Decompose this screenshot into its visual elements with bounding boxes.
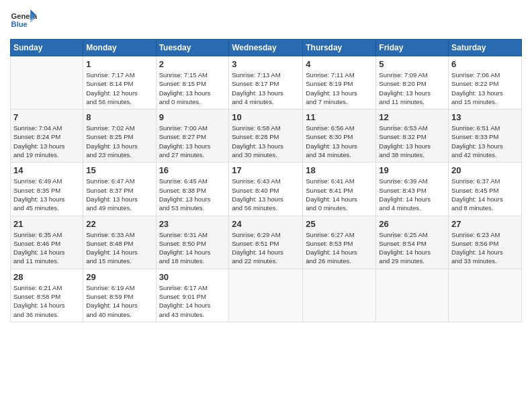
- day-info: Sunrise: 6:43 AM Sunset: 8:40 PM Dayligh…: [232, 177, 300, 212]
- day-info: Sunrise: 6:49 AM Sunset: 8:35 PM Dayligh…: [13, 177, 80, 212]
- calendar-cell: 10Sunrise: 6:58 AM Sunset: 8:28 PM Dayli…: [229, 109, 303, 163]
- day-number: 3: [232, 59, 300, 69]
- calendar-cell: 12Sunrise: 6:53 AM Sunset: 8:32 PM Dayli…: [376, 109, 449, 163]
- calendar-cell: 6Sunrise: 7:06 AM Sunset: 8:22 PM Daylig…: [449, 56, 522, 109]
- day-info: Sunrise: 7:15 AM Sunset: 8:15 PM Dayligh…: [159, 71, 226, 106]
- day-info: Sunrise: 6:45 AM Sunset: 8:38 PM Dayligh…: [159, 177, 226, 212]
- calendar-cell: 13Sunrise: 6:51 AM Sunset: 8:33 PM Dayli…: [449, 109, 522, 163]
- day-info: Sunrise: 6:37 AM Sunset: 8:45 PM Dayligh…: [451, 177, 519, 212]
- day-info: Sunrise: 6:29 AM Sunset: 8:51 PM Dayligh…: [232, 230, 300, 266]
- weekday-header-row: SundayMondayTuesdayWednesdayThursdayFrid…: [11, 40, 522, 56]
- calendar-cell: 30Sunrise: 6:17 AM Sunset: 9:01 PM Dayli…: [156, 269, 229, 322]
- day-info: Sunrise: 6:19 AM Sunset: 8:59 PM Dayligh…: [86, 283, 152, 319]
- calendar-cell: 7Sunrise: 7:04 AM Sunset: 8:24 PM Daylig…: [11, 109, 83, 163]
- day-number: 8: [86, 112, 152, 122]
- day-number: 30: [159, 272, 226, 282]
- day-info: Sunrise: 6:56 AM Sunset: 8:30 PM Dayligh…: [306, 124, 373, 159]
- day-info: Sunrise: 6:17 AM Sunset: 9:01 PM Dayligh…: [159, 283, 226, 319]
- day-number: 12: [379, 112, 445, 122]
- day-number: 25: [306, 219, 373, 229]
- weekday-header-tuesday: Tuesday: [156, 40, 229, 56]
- day-info: Sunrise: 6:58 AM Sunset: 8:28 PM Dayligh…: [232, 124, 300, 159]
- calendar-cell: 27Sunrise: 6:23 AM Sunset: 8:56 PM Dayli…: [449, 216, 522, 269]
- calendar-cell: [11, 56, 83, 109]
- day-info: Sunrise: 6:25 AM Sunset: 8:54 PM Dayligh…: [379, 230, 445, 266]
- day-number: 27: [451, 219, 519, 229]
- weekday-header-thursday: Thursday: [303, 40, 376, 56]
- calendar-cell: 20Sunrise: 6:37 AM Sunset: 8:45 PM Dayli…: [449, 163, 522, 216]
- calendar-week-3: 14Sunrise: 6:49 AM Sunset: 8:35 PM Dayli…: [11, 163, 522, 216]
- calendar-cell: [449, 269, 522, 322]
- calendar-cell: 22Sunrise: 6:33 AM Sunset: 8:48 PM Dayli…: [83, 216, 156, 269]
- day-number: 21: [13, 219, 80, 229]
- day-info: Sunrise: 7:04 AM Sunset: 8:24 PM Dayligh…: [13, 124, 80, 159]
- day-info: Sunrise: 6:23 AM Sunset: 8:56 PM Dayligh…: [451, 230, 519, 266]
- day-number: 1: [86, 59, 152, 69]
- calendar-cell: 11Sunrise: 6:56 AM Sunset: 8:30 PM Dayli…: [303, 109, 376, 163]
- calendar-cell: 9Sunrise: 7:00 AM Sunset: 8:27 PM Daylig…: [156, 109, 229, 163]
- day-info: Sunrise: 6:21 AM Sunset: 8:58 PM Dayligh…: [13, 283, 80, 319]
- day-number: 9: [159, 112, 226, 122]
- weekday-header-saturday: Saturday: [449, 40, 522, 56]
- calendar-week-4: 21Sunrise: 6:35 AM Sunset: 8:46 PM Dayli…: [11, 216, 522, 269]
- day-number: 14: [13, 165, 80, 175]
- svg-text:Blue: Blue: [11, 20, 28, 28]
- calendar-cell: 15Sunrise: 6:47 AM Sunset: 8:37 PM Dayli…: [83, 163, 156, 216]
- calendar-cell: 3Sunrise: 7:13 AM Sunset: 8:17 PM Daylig…: [229, 56, 303, 109]
- calendar-cell: 28Sunrise: 6:21 AM Sunset: 8:58 PM Dayli…: [11, 269, 83, 322]
- calendar-week-2: 7Sunrise: 7:04 AM Sunset: 8:24 PM Daylig…: [11, 109, 522, 163]
- calendar-cell: 5Sunrise: 7:09 AM Sunset: 8:20 PM Daylig…: [376, 56, 449, 109]
- day-info: Sunrise: 6:33 AM Sunset: 8:48 PM Dayligh…: [86, 230, 152, 266]
- calendar-cell: 23Sunrise: 6:31 AM Sunset: 8:50 PM Dayli…: [156, 216, 229, 269]
- day-info: Sunrise: 6:53 AM Sunset: 8:32 PM Dayligh…: [379, 124, 445, 159]
- day-number: 11: [306, 112, 373, 122]
- day-info: Sunrise: 7:11 AM Sunset: 8:19 PM Dayligh…: [306, 71, 373, 106]
- calendar-cell: 2Sunrise: 7:15 AM Sunset: 8:15 PM Daylig…: [156, 56, 229, 109]
- day-info: Sunrise: 7:17 AM Sunset: 8:14 PM Dayligh…: [86, 71, 152, 106]
- calendar-cell: 8Sunrise: 7:02 AM Sunset: 8:25 PM Daylig…: [83, 109, 156, 163]
- day-number: 17: [232, 165, 300, 175]
- weekday-header-friday: Friday: [376, 40, 449, 56]
- day-number: 16: [159, 165, 226, 175]
- calendar-cell: 21Sunrise: 6:35 AM Sunset: 8:46 PM Dayli…: [11, 216, 83, 269]
- logo: General Blue: [10, 7, 37, 34]
- day-number: 2: [159, 59, 226, 69]
- calendar-cell: 26Sunrise: 6:25 AM Sunset: 8:54 PM Dayli…: [376, 216, 449, 269]
- weekday-header-monday: Monday: [83, 40, 156, 56]
- calendar-cell: 24Sunrise: 6:29 AM Sunset: 8:51 PM Dayli…: [229, 216, 303, 269]
- calendar-cell: 18Sunrise: 6:41 AM Sunset: 8:41 PM Dayli…: [303, 163, 376, 216]
- day-info: Sunrise: 6:35 AM Sunset: 8:46 PM Dayligh…: [13, 230, 80, 266]
- day-info: Sunrise: 6:47 AM Sunset: 8:37 PM Dayligh…: [86, 177, 152, 212]
- day-number: 22: [86, 219, 152, 229]
- day-number: 10: [232, 112, 300, 122]
- calendar-cell: 14Sunrise: 6:49 AM Sunset: 8:35 PM Dayli…: [11, 163, 83, 216]
- day-info: Sunrise: 6:51 AM Sunset: 8:33 PM Dayligh…: [451, 124, 519, 159]
- day-info: Sunrise: 6:31 AM Sunset: 8:50 PM Dayligh…: [159, 230, 226, 266]
- day-info: Sunrise: 6:41 AM Sunset: 8:41 PM Dayligh…: [306, 177, 373, 212]
- day-number: 20: [451, 165, 519, 175]
- day-number: 13: [451, 112, 519, 122]
- calendar-body: 1Sunrise: 7:17 AM Sunset: 8:14 PM Daylig…: [11, 56, 522, 322]
- day-info: Sunrise: 7:06 AM Sunset: 8:22 PM Dayligh…: [451, 71, 519, 106]
- weekday-header-wednesday: Wednesday: [229, 40, 303, 56]
- calendar-week-1: 1Sunrise: 7:17 AM Sunset: 8:14 PM Daylig…: [11, 56, 522, 109]
- day-number: 23: [159, 219, 226, 229]
- page-header: General Blue: [10, 7, 522, 34]
- weekday-header-sunday: Sunday: [11, 40, 83, 56]
- day-info: Sunrise: 6:27 AM Sunset: 8:53 PM Dayligh…: [306, 230, 373, 266]
- day-info: Sunrise: 7:00 AM Sunset: 8:27 PM Dayligh…: [159, 124, 226, 159]
- calendar-cell: 29Sunrise: 6:19 AM Sunset: 8:59 PM Dayli…: [83, 269, 156, 322]
- calendar-table: SundayMondayTuesdayWednesdayThursdayFrid…: [10, 39, 522, 322]
- calendar-header: SundayMondayTuesdayWednesdayThursdayFrid…: [11, 40, 522, 56]
- calendar-cell: [376, 269, 449, 322]
- calendar-cell: 4Sunrise: 7:11 AM Sunset: 8:19 PM Daylig…: [303, 56, 376, 109]
- calendar-cell: [303, 269, 376, 322]
- day-number: 19: [379, 165, 445, 175]
- calendar-cell: 25Sunrise: 6:27 AM Sunset: 8:53 PM Dayli…: [303, 216, 376, 269]
- calendar-cell: 16Sunrise: 6:45 AM Sunset: 8:38 PM Dayli…: [156, 163, 229, 216]
- calendar-cell: 1Sunrise: 7:17 AM Sunset: 8:14 PM Daylig…: [83, 56, 156, 109]
- day-number: 18: [306, 165, 373, 175]
- day-number: 6: [451, 59, 519, 69]
- day-number: 26: [379, 219, 445, 229]
- day-info: Sunrise: 7:13 AM Sunset: 8:17 PM Dayligh…: [232, 71, 300, 106]
